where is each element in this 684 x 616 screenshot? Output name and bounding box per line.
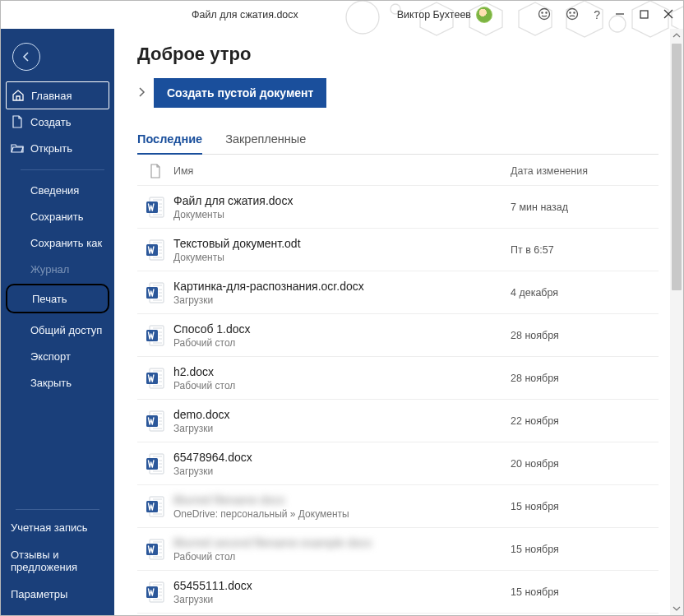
tabs: Последние Закрепленные xyxy=(137,129,659,155)
sidebar-item-saveas[interactable]: Сохранить как xyxy=(6,229,109,256)
file-row[interactable]: Текстовый документ.odtДокументыПт в 6:57 xyxy=(137,229,659,271)
nav-bottom: Учетная запись Отзывы и предложения Пара… xyxy=(1,504,114,615)
document-title: Файл для сжатия.docx xyxy=(192,9,298,21)
sidebar-item-account[interactable]: Учетная запись xyxy=(6,515,109,542)
back-button[interactable] xyxy=(12,43,40,71)
open-folder-icon xyxy=(11,141,24,155)
file-row[interactable]: Blurred second filename example docxРабо… xyxy=(137,528,659,571)
file-row[interactable]: Картинка-для-распознания.ocr.docxЗагрузк… xyxy=(137,271,659,314)
sidebar-item-close[interactable]: Закрыть xyxy=(6,369,109,396)
file-date: 22 ноября xyxy=(511,415,659,427)
sidebar-item-share[interactable]: Общий доступ xyxy=(6,317,109,343)
file-row[interactable]: demo.docxЗагрузки22 ноября xyxy=(137,400,659,442)
help-icon[interactable]: ? xyxy=(594,8,600,21)
file-row[interactable]: Blurred filename docxOneDrive: персональ… xyxy=(137,485,659,528)
file-text: Blurred filename docxOneDrive: персональ… xyxy=(173,493,511,520)
file-location: Загрузки xyxy=(173,465,511,477)
sidebar-item-history: Журнал xyxy=(6,256,109,282)
frown-icon[interactable] xyxy=(566,7,579,23)
col-name[interactable]: Имя xyxy=(173,165,511,177)
file-name: demo.docx xyxy=(173,408,511,421)
sidebar-item-print[interactable]: Печать xyxy=(6,284,109,313)
file-row[interactable]: Файл для сжатия.docxДокументы7 мин назад xyxy=(137,186,659,229)
file-date: 28 ноября xyxy=(511,330,659,341)
sidebar-item-label: Параметры xyxy=(11,589,67,601)
file-icon-cell xyxy=(137,239,173,261)
file-name: 65455111.docx xyxy=(173,579,511,592)
user-block[interactable]: Виктор Бухтеев xyxy=(397,7,492,23)
sidebar-item-label: Журнал xyxy=(30,263,69,276)
file-text: Картинка-для-распознания.ocr.docxЗагрузк… xyxy=(173,280,511,306)
expand-chevron-icon[interactable] xyxy=(137,86,146,100)
file-text: Blurred second filename example docxРабо… xyxy=(173,536,511,563)
file-row[interactable]: 65455111.docxЗагрузки15 ноября xyxy=(137,571,659,614)
file-row[interactable]: Способ 1.docxРабочий стол28 ноября xyxy=(137,314,659,357)
body: Главная Создать Открыть Сведения Сохрани… xyxy=(1,29,683,615)
file-icon-cell xyxy=(137,496,173,517)
file-date: 15 ноября xyxy=(511,586,659,598)
sidebar-item-label: Отзывы и предложения xyxy=(11,549,104,574)
file-location: Рабочий стол xyxy=(173,551,511,563)
word-doc-icon xyxy=(146,368,164,389)
col-date[interactable]: Дата изменения xyxy=(511,165,659,177)
avatar xyxy=(476,7,492,23)
home-icon xyxy=(12,89,25,102)
sidebar-item-new[interactable]: Создать xyxy=(6,109,109,135)
sidebar-item-options[interactable]: Параметры xyxy=(6,581,109,609)
maximize-icon[interactable] xyxy=(640,8,649,21)
sidebar-item-label: Сохранить xyxy=(30,211,84,223)
main: Доброе утро Создать пустой документ Посл… xyxy=(114,29,683,615)
file-name: h2.docx xyxy=(173,365,511,378)
word-doc-icon xyxy=(146,496,164,517)
file-icon-cell xyxy=(137,581,173,603)
nav-separator xyxy=(21,169,104,170)
create-blank-button[interactable]: Создать пустой документ xyxy=(154,78,326,108)
window: Файл для сжатия.docx Виктор Бухтеев ? Гл… xyxy=(0,0,684,616)
scroll-down-icon[interactable] xyxy=(670,602,683,615)
svg-rect-41 xyxy=(146,330,158,341)
file-date: Пт в 6:57 xyxy=(511,244,659,256)
smile-icon[interactable] xyxy=(538,7,551,23)
file-row[interactable]: h2.docxРабочий стол28 ноября xyxy=(137,357,659,400)
word-doc-icon xyxy=(146,239,164,261)
word-doc-icon xyxy=(146,282,164,303)
scroll-up-icon[interactable] xyxy=(670,29,683,42)
file-date: 4 декабря xyxy=(511,287,659,299)
file-name: Файл для сжатия.docx xyxy=(173,194,511,207)
sidebar-item-info[interactable]: Сведения xyxy=(6,177,109,203)
file-text: h2.docxРабочий стол xyxy=(173,365,511,391)
sidebar-item-save[interactable]: Сохранить xyxy=(6,203,109,229)
file-name: Картинка-для-распознания.ocr.docx xyxy=(173,280,511,293)
list-header: Имя Дата изменения xyxy=(137,156,659,186)
file-text: Способ 1.docxРабочий стол xyxy=(173,322,511,349)
col-icon xyxy=(137,164,173,178)
minimize-icon[interactable] xyxy=(615,8,625,21)
page-icon xyxy=(150,164,161,178)
scrollbar-thumb[interactable] xyxy=(672,44,682,290)
tab-recent[interactable]: Последние xyxy=(137,129,202,154)
sidebar-item-open[interactable]: Открыть xyxy=(6,135,109,161)
svg-rect-62 xyxy=(146,458,158,470)
svg-rect-27 xyxy=(146,244,158,256)
word-doc-icon xyxy=(146,581,164,603)
sidebar-item-home[interactable]: Главная xyxy=(6,81,109,109)
svg-point-14 xyxy=(574,12,575,12)
close-icon[interactable] xyxy=(663,8,673,21)
file-icon-cell xyxy=(137,410,173,432)
nav-separator xyxy=(16,509,99,510)
file-icon-cell xyxy=(137,453,173,475)
file-location: Документы xyxy=(173,252,511,263)
svg-rect-48 xyxy=(146,373,158,384)
scrollbar[interactable] xyxy=(670,29,683,615)
file-date: 15 ноября xyxy=(511,501,659,512)
file-row[interactable]: 65478964.docxЗагрузки20 ноября xyxy=(137,442,659,485)
svg-rect-34 xyxy=(146,287,158,299)
file-location: Рабочий стол xyxy=(173,337,511,349)
greeting: Доброе утро xyxy=(137,44,659,65)
create-row: Создать пустой документ xyxy=(137,78,659,108)
svg-rect-20 xyxy=(146,201,158,213)
sidebar-item-export[interactable]: Экспорт xyxy=(6,343,109,369)
sidebar-item-feedback[interactable]: Отзывы и предложения xyxy=(6,542,109,581)
tab-pinned[interactable]: Закрепленные xyxy=(225,129,306,154)
svg-point-9 xyxy=(539,8,550,19)
